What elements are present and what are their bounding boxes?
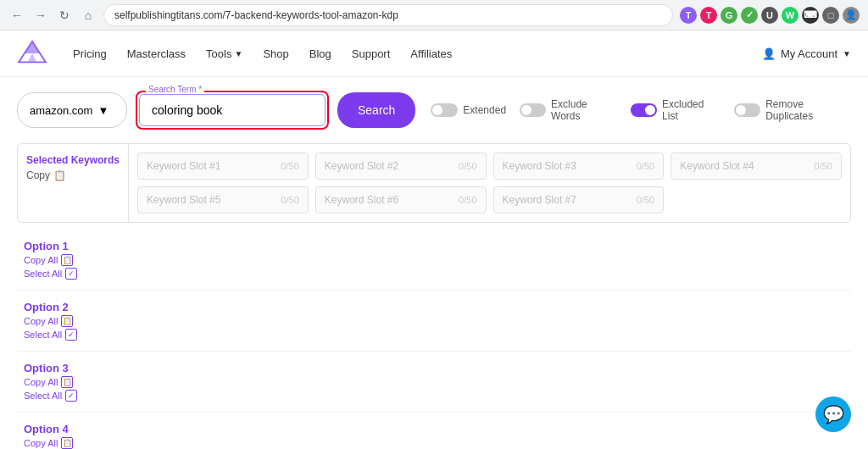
profile-icon-5[interactable]: U <box>761 7 778 24</box>
toggle-excluded-list[interactable]: Excluded List <box>631 98 721 122</box>
list-item: Option 3 Copy All 📋 Select All ✓ <box>17 352 851 413</box>
slot-3-count: 0/50 <box>637 161 654 171</box>
url-bar[interactable]: selfpublishingtitans.com/7-backend-keywo… <box>103 4 673 26</box>
search-button[interactable]: Search <box>337 92 415 128</box>
nav-tools[interactable]: Tools ▼ <box>206 47 242 60</box>
main-nav: Pricing Masterclass Tools ▼ Shop Blog Su… <box>0 30 868 77</box>
excluded-list-toggle-switch[interactable] <box>631 103 657 117</box>
keyword-slot-6[interactable]: Keyword Slot #6 0/50 <box>315 186 487 213</box>
keyword-slot-2[interactable]: Keyword Slot #2 0/50 <box>315 152 487 180</box>
slot-5-count: 0/50 <box>281 195 298 205</box>
keyword-slot-4[interactable]: Keyword Slot #4 0/50 <box>670 152 842 180</box>
chat-button[interactable]: 💬 <box>815 396 851 432</box>
exclude-words-label: Exclude Words <box>551 98 617 122</box>
nav-links: Pricing Masterclass Tools ▼ Shop Blog Su… <box>73 47 762 60</box>
option-4-copy-all[interactable]: Copy All 📋 <box>24 437 78 449</box>
option-4-content <box>85 419 851 445</box>
dropdown-arrow-icon: ▼ <box>97 104 108 117</box>
profile-icon-7[interactable]: ⌨ <box>802 7 819 24</box>
option-2-title: Option 2 <box>24 301 78 313</box>
remove-duplicates-toggle-switch[interactable] <box>734 103 760 117</box>
keyword-slot-5[interactable]: Keyword Slot #5 0/50 <box>137 186 309 213</box>
extensions-icon[interactable]: □ <box>822 7 839 24</box>
toggle-extended[interactable]: Extended <box>431 103 506 117</box>
back-button[interactable]: ← <box>8 7 25 24</box>
option-2-select-all[interactable]: Select All ✓ <box>24 329 78 341</box>
select-all-icon-3: ✓ <box>65 390 77 402</box>
search-input[interactable] <box>139 94 326 126</box>
option-3-content <box>85 358 851 384</box>
option-2-content <box>85 297 851 323</box>
toggle-exclude-words[interactable]: Exclude Words <box>520 98 617 122</box>
home-button[interactable]: ⌂ <box>80 7 97 24</box>
option-2-copy-all[interactable]: Copy All 📋 <box>24 315 78 327</box>
logo[interactable] <box>17 40 47 68</box>
option-1-copy-all[interactable]: Copy All 📋 <box>24 254 78 266</box>
option-4-actions: Copy All 📋 Select All ✓ <box>24 437 78 449</box>
nav-blog[interactable]: Blog <box>309 47 331 60</box>
nav-masterclass[interactable]: Masterclass <box>127 47 186 60</box>
option-2-actions: Copy All 📋 Select All ✓ <box>24 315 78 341</box>
account-icon[interactable]: 👤 <box>843 7 860 24</box>
copy-all-icon-3: 📋 <box>61 376 73 388</box>
refresh-button[interactable]: ↻ <box>56 7 73 24</box>
option-3-select-all[interactable]: Select All ✓ <box>24 390 78 402</box>
option-1-title: Option 1 <box>24 240 78 252</box>
list-item: Option 4 Copy All 📋 Select All ✓ <box>17 413 851 449</box>
nav-pricing[interactable]: Pricing <box>73 47 107 60</box>
excluded-list-label: Excluded List <box>662 98 721 122</box>
profile-icon-4[interactable]: ✓ <box>741 7 758 24</box>
forward-button[interactable]: → <box>32 7 49 24</box>
profile-icon-2[interactable]: T <box>700 7 717 24</box>
slot-1-count: 0/50 <box>281 161 298 171</box>
option-1-actions: Copy All 📋 Select All ✓ <box>24 254 78 280</box>
nav-shop[interactable]: Shop <box>263 47 288 60</box>
option-4-left: Option 4 Copy All 📋 Select All ✓ <box>17 419 85 449</box>
copy-label: Copy <box>26 169 50 181</box>
option-3-left: Option 3 Copy All 📋 Select All ✓ <box>17 358 85 405</box>
keywords-sidebar: Selected Keywords Copy 📋 <box>18 144 129 222</box>
profile-icon[interactable]: T <box>680 7 697 24</box>
copy-button[interactable]: Copy 📋 <box>26 169 120 181</box>
nav-affiliates[interactable]: Affiliates <box>410 47 452 60</box>
nav-support[interactable]: Support <box>352 47 391 60</box>
option-1-left: Option 1 Copy All 📋 Select All ✓ <box>17 236 85 283</box>
options-list: Option 1 Copy All 📋 Select All ✓ Option … <box>17 230 851 449</box>
account-label: My Account <box>781 47 837 60</box>
copy-all-icon: 📋 <box>61 254 73 266</box>
toggle-remove-duplicates[interactable]: Remove Duplicates <box>734 98 851 122</box>
profile-icon-6[interactable]: W <box>782 7 798 24</box>
select-all-icon: ✓ <box>65 268 77 280</box>
account-person-icon: 👤 <box>762 47 776 60</box>
keywords-grid: Keyword Slot #1 0/50 Keyword Slot #2 0/5… <box>129 144 850 222</box>
selected-keywords-title: Selected Keywords <box>26 154 120 166</box>
browser-toolbar: T T G ✓ U W ⌨ □ 👤 <box>680 7 860 24</box>
keyword-slot-3[interactable]: Keyword Slot #3 0/50 <box>493 152 665 180</box>
option-4-title: Option 4 <box>24 423 78 435</box>
slot-4-label: Keyword Slot #4 <box>680 160 754 172</box>
option-2-left: Option 2 Copy All 📋 Select All ✓ <box>17 297 85 344</box>
option-3-title: Option 3 <box>24 362 78 374</box>
option-3-actions: Copy All 📋 Select All ✓ <box>24 376 78 402</box>
keyword-slot-1[interactable]: Keyword Slot #1 0/50 <box>137 152 309 180</box>
exclude-words-toggle-switch[interactable] <box>520 103 546 117</box>
keyword-slot-7[interactable]: Keyword Slot #7 0/50 <box>493 186 665 213</box>
extended-label: Extended <box>463 104 506 116</box>
slot-2-label: Keyword Slot #2 <box>325 160 398 172</box>
search-term-label: Search Term * <box>146 85 204 94</box>
url-text: selfpublishingtitans.com/7-backend-keywo… <box>114 9 398 21</box>
slot-3-label: Keyword Slot #3 <box>503 160 576 172</box>
domain-select[interactable]: amazon.com ▼ <box>17 92 127 128</box>
domain-value: amazon.com <box>30 104 92 117</box>
slot-6-label: Keyword Slot #6 <box>325 194 398 206</box>
option-1-select-all[interactable]: Select All ✓ <box>24 268 78 280</box>
profile-icon-3[interactable]: G <box>721 7 737 24</box>
slot-4-count: 0/50 <box>815 161 832 171</box>
extended-toggle-switch[interactable] <box>431 103 458 117</box>
slot-7-count: 0/50 <box>637 195 654 205</box>
account-menu[interactable]: 👤 My Account ▼ <box>762 47 851 60</box>
option-3-copy-all[interactable]: Copy All 📋 <box>24 376 78 388</box>
copy-all-icon-4: 📋 <box>61 437 73 449</box>
slot-7-label: Keyword Slot #7 <box>503 194 576 206</box>
slot-6-count: 0/50 <box>459 195 476 205</box>
